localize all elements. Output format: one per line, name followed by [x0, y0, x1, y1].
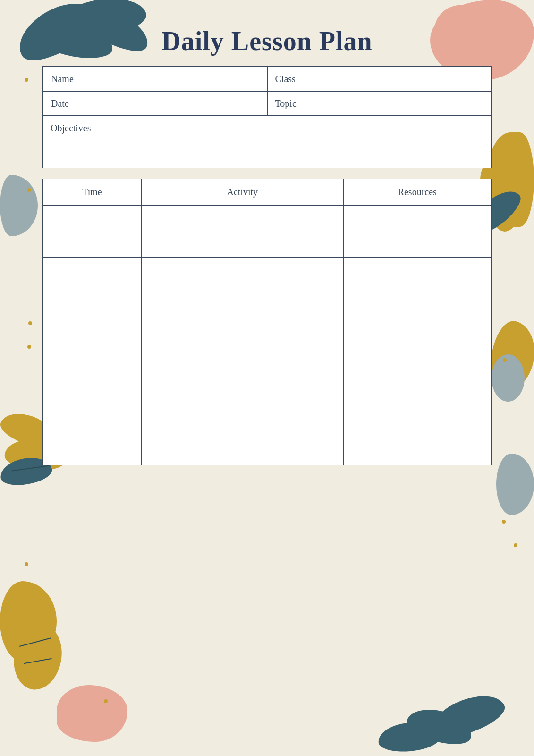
- resources-cell[interactable]: [343, 413, 492, 465]
- topic-field[interactable]: Topic: [267, 91, 492, 116]
- class-field[interactable]: Class: [267, 67, 492, 91]
- table-row[interactable]: [43, 258, 492, 309]
- blob-decoration: [0, 175, 38, 236]
- form-grid: Name Class Date Topic: [42, 66, 492, 116]
- dot-decoration: [504, 151, 508, 155]
- blob-decoration: [492, 354, 525, 402]
- col-time-header: Time: [43, 179, 142, 206]
- activity-cell[interactable]: [142, 258, 344, 309]
- objectives-label: Objectives: [51, 123, 91, 133]
- dot-decoration: [514, 543, 517, 547]
- date-field[interactable]: Date: [43, 91, 267, 116]
- name-label: Name: [51, 74, 74, 85]
- table-header-row: Time Activity Resources: [43, 179, 492, 206]
- col-activity-header: Activity: [142, 179, 344, 206]
- activity-cell[interactable]: [142, 413, 344, 465]
- objectives-box[interactable]: Objectives: [42, 116, 492, 168]
- activity-cell[interactable]: [142, 361, 344, 413]
- resources-cell[interactable]: [343, 206, 492, 258]
- time-cell[interactable]: [43, 361, 142, 413]
- time-cell[interactable]: [43, 258, 142, 309]
- dot-decoration: [27, 345, 31, 349]
- page: Daily Lesson Plan Name Class Date Topic …: [0, 0, 534, 756]
- blob-decoration: [496, 454, 534, 515]
- dot-decoration: [502, 520, 506, 524]
- dot-decoration: [28, 321, 32, 325]
- table-row[interactable]: [43, 413, 492, 465]
- dot-decoration: [503, 358, 507, 362]
- activity-cell[interactable]: [142, 206, 344, 258]
- resources-cell[interactable]: [343, 258, 492, 309]
- table-row[interactable]: [43, 361, 492, 413]
- dot-decoration: [31, 671, 34, 675]
- dot-decoration: [104, 699, 108, 703]
- time-cell[interactable]: [43, 309, 142, 361]
- time-cell[interactable]: [43, 206, 142, 258]
- resources-cell[interactable]: [343, 309, 492, 361]
- table-row[interactable]: [43, 309, 492, 361]
- main-content: Name Class Date Topic Objectives Time Ac…: [42, 66, 492, 638]
- resources-cell[interactable]: [343, 361, 492, 413]
- activity-cell[interactable]: [142, 309, 344, 361]
- dot-decoration: [25, 78, 28, 82]
- page-title: Daily Lesson Plan: [0, 26, 534, 56]
- blob-decoration: [57, 685, 127, 742]
- name-field[interactable]: Name: [43, 67, 267, 91]
- lesson-table: Time Activity Resources: [42, 179, 492, 465]
- dot-decoration: [25, 562, 28, 566]
- topic-label: Topic: [275, 98, 297, 109]
- class-label: Class: [275, 74, 296, 85]
- time-cell[interactable]: [43, 413, 142, 465]
- col-resources-header: Resources: [343, 179, 492, 206]
- table-row[interactable]: [43, 206, 492, 258]
- dot-decoration: [27, 188, 31, 192]
- date-label: Date: [51, 98, 69, 109]
